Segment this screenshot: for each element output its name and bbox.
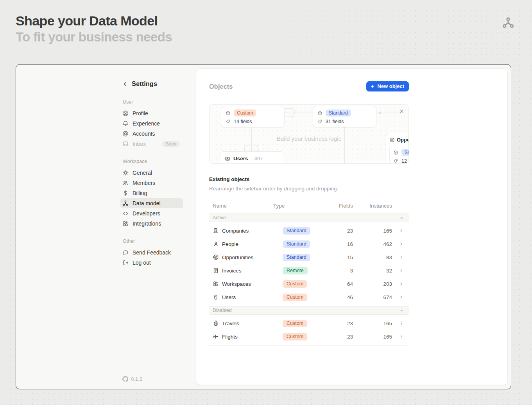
sidebar-item-integrations[interactable]: Integrations xyxy=(120,219,183,229)
tag-icon xyxy=(226,119,231,124)
row-name: People xyxy=(222,241,273,247)
cube-icon xyxy=(226,111,231,116)
cube-icon xyxy=(317,111,322,116)
existing-objects-title: Existing objects xyxy=(209,176,409,182)
sidebar-item-label: Members xyxy=(133,180,155,186)
object-node-users[interactable]: Users · 497 xyxy=(220,151,284,164)
cube-icon xyxy=(393,150,398,155)
object-node-standard[interactable]: Standard 31 fields xyxy=(313,106,376,127)
row-name: Companies xyxy=(222,228,273,234)
node-inner-box: Standard 12 fields xyxy=(389,146,409,164)
settings-back-button[interactable]: Settings xyxy=(122,80,196,88)
chevron-right-icon[interactable] xyxy=(398,294,405,301)
node-count: · 497 xyxy=(251,156,263,161)
grid-plus-icon xyxy=(122,220,129,227)
table-row-people[interactable]: People Standard 16 462 xyxy=(209,237,409,251)
table-row-travels[interactable]: Travels Custom 23 165 xyxy=(209,317,409,330)
sidebar-section-user: User Profile Experience Accounts xyxy=(122,99,196,149)
chat-icon xyxy=(122,249,129,256)
fields-count: 31 fields xyxy=(326,119,344,124)
instances-value: 165 xyxy=(383,334,392,340)
invoice-icon xyxy=(213,267,222,274)
soon-badge: Soon xyxy=(162,141,180,147)
fields-value: 23 xyxy=(347,228,353,234)
close-icon[interactable] xyxy=(398,108,405,115)
table-row-invoices[interactable]: Invoices Remote 3 32 xyxy=(209,264,409,277)
group-label: Active xyxy=(213,215,226,220)
group-header-disabled[interactable]: Disabled xyxy=(209,306,409,315)
section-label: Other xyxy=(123,238,196,244)
fields-value: 64 xyxy=(347,281,353,287)
sidebar-item-label: Log out xyxy=(133,260,151,266)
sidebar-section-workspace: Workspace General Members Billing xyxy=(122,159,196,229)
sidebar-item-experience[interactable]: Experience xyxy=(120,118,183,129)
sidebar-item-label: Data model xyxy=(133,200,161,206)
sidebar-item-profile[interactable]: Profile xyxy=(120,108,183,118)
object-node-opportunities[interactable]: Opportunities Standard xyxy=(386,133,409,164)
chevron-up-icon[interactable] xyxy=(399,308,404,313)
sidebar-item-label: Accounts xyxy=(133,131,155,137)
object-node-custom[interactable]: Custom 14 fields xyxy=(221,106,285,127)
fields-value: 3 xyxy=(350,268,353,274)
inbox-icon xyxy=(122,141,129,147)
node-name: Users xyxy=(233,156,248,161)
dollar-icon xyxy=(122,190,129,196)
table-bottom-divider xyxy=(209,345,409,346)
kebab-menu-icon[interactable] xyxy=(398,333,405,340)
sidebar-item-label: Experience xyxy=(133,120,160,127)
chevron-right-icon[interactable] xyxy=(398,227,405,234)
fields-value: 23 xyxy=(347,321,353,326)
chevron-right-icon[interactable] xyxy=(398,240,405,247)
row-name: Travels xyxy=(222,321,273,326)
sidebar-item-general[interactable]: General xyxy=(120,168,183,178)
sidebar-item-data-model[interactable]: Data model xyxy=(120,198,183,208)
sidebar-item-billing[interactable]: Billing xyxy=(120,188,183,198)
data-model-logo-icon xyxy=(502,16,515,30)
table-row-workspaces[interactable]: Workspaces Custom 64 203 xyxy=(209,277,409,290)
members-icon xyxy=(122,180,129,186)
instances-value: 165 xyxy=(383,228,392,234)
target-icon xyxy=(213,254,222,260)
sidebar-item-members[interactable]: Members xyxy=(120,178,183,188)
sidebar-item-log-out[interactable]: Log out xyxy=(120,258,183,268)
group-header-active[interactable]: Active xyxy=(209,213,409,222)
chevron-right-icon[interactable] xyxy=(398,280,405,287)
type-badge: Standard xyxy=(283,240,310,248)
user-circle-icon xyxy=(122,110,129,116)
table-header: Name Type Fields Instances xyxy=(209,200,409,211)
code-icon xyxy=(122,210,129,217)
business-logic-banner: Custom 14 fields Standard xyxy=(209,104,409,164)
table-row-flights[interactable]: Flights Custom 23 165 xyxy=(209,330,409,343)
kebab-menu-icon[interactable] xyxy=(398,320,405,327)
sidebar-item-label: General xyxy=(133,170,152,176)
chevron-up-icon[interactable] xyxy=(399,215,404,220)
group-label: Disabled xyxy=(213,308,232,313)
sidebar-item-accounts[interactable]: Accounts xyxy=(120,129,183,139)
new-object-label: New object xyxy=(377,83,404,89)
sidebar-item-send-feedback[interactable]: Send Feedback xyxy=(120,247,183,258)
id-card-icon xyxy=(225,156,230,161)
instances-value: 674 xyxy=(383,294,392,300)
chevron-right-icon[interactable] xyxy=(398,267,405,274)
sidebar-item-inbox: Inbox Soon xyxy=(120,139,183,149)
node-name: Opportunities xyxy=(397,137,409,143)
sidebar-item-developers[interactable]: Developers xyxy=(120,208,183,219)
app-version: 0.1.2 xyxy=(122,376,142,382)
grid-plus-icon xyxy=(213,281,222,287)
instances-value: 165 xyxy=(383,321,392,326)
instances-value: 203 xyxy=(383,281,392,287)
table-row-opportunities[interactable]: Opportunities Standard 15 83 xyxy=(209,251,409,264)
row-name: Opportunities xyxy=(222,254,273,260)
building-icon xyxy=(213,228,222,234)
chevron-right-icon[interactable] xyxy=(398,254,405,261)
type-badge: Custom xyxy=(283,294,307,301)
type-badge: Standard xyxy=(401,149,409,156)
table-row-companies[interactable]: Companies Standard 23 165 xyxy=(209,224,409,237)
page-subtitle: To fit your business needs xyxy=(16,30,172,45)
fields-value: 23 xyxy=(347,334,353,340)
new-object-button[interactable]: New object xyxy=(366,81,409,91)
objects-table: Name Type Fields Instances Active xyxy=(209,200,409,346)
settings-title: Settings xyxy=(132,80,157,88)
row-name: Workspaces xyxy=(222,281,273,287)
table-row-users[interactable]: Users Custom 46 674 xyxy=(209,290,409,304)
